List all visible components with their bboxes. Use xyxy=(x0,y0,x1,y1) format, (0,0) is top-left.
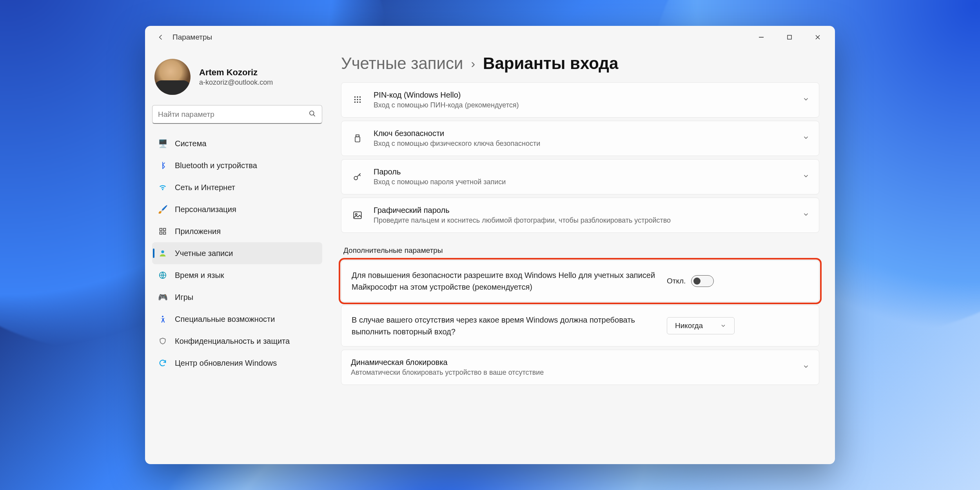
sidebar-item-label: Система xyxy=(175,139,207,148)
chevron-down-icon xyxy=(802,172,809,181)
svg-point-10 xyxy=(161,250,164,253)
setting-text: В случае вашего отсутствия через какое в… xyxy=(352,314,657,338)
svg-rect-9 xyxy=(163,232,166,234)
sidebar-item-apps[interactable]: Приложения xyxy=(152,220,322,242)
toggle-switch[interactable] xyxy=(691,275,714,287)
svg-rect-1 xyxy=(788,35,791,39)
maximize-icon xyxy=(787,34,792,40)
main-content: Учетные записи › Варианты входа PIN-код … xyxy=(329,49,835,464)
sidebar-item-system[interactable]: 🖥️ Система xyxy=(152,132,322,154)
profile-block[interactable]: Artem Kozoriz a-kozoriz@outlook.com xyxy=(152,54,322,103)
toggle-state-label: Откл. xyxy=(667,277,686,285)
minimize-button[interactable] xyxy=(747,28,775,47)
setting-require-signin: В случае вашего отсутствия через какое в… xyxy=(341,305,819,347)
svg-point-18 xyxy=(359,99,361,100)
sidebar-item-windows-update[interactable]: Центр обновления Windows xyxy=(152,352,322,374)
svg-rect-8 xyxy=(160,232,162,234)
svg-point-15 xyxy=(359,96,361,98)
sidebar-item-label: Персонализация xyxy=(175,205,236,214)
sidebar-item-bluetooth[interactable]: Bluetooth и устройства xyxy=(152,154,322,176)
key-icon xyxy=(351,172,364,182)
card-subtitle: Вход с помощью ПИН-кода (рекомендуется) xyxy=(374,101,793,109)
sidebar-item-label: Сеть и Интернет xyxy=(175,183,235,192)
sidebar-item-accounts[interactable]: Учетные записи xyxy=(152,242,322,264)
chevron-down-icon xyxy=(802,211,809,220)
svg-line-5 xyxy=(314,114,315,116)
svg-point-21 xyxy=(359,102,361,103)
card-subtitle: Проведите пальцем и коснитесь любимой фо… xyxy=(374,216,793,225)
chevron-down-icon xyxy=(802,134,809,143)
wifi-icon xyxy=(158,182,168,192)
option-pin[interactable]: PIN-код (Windows Hello) Вход с помощью П… xyxy=(341,82,819,118)
sidebar-item-personalization[interactable]: 🖌️ Персонализация xyxy=(152,198,322,220)
search-icon xyxy=(309,110,316,119)
search-input[interactable] xyxy=(158,110,309,119)
breadcrumb: Учетные записи › Варианты входа xyxy=(341,54,819,73)
close-icon xyxy=(815,34,820,40)
app-title: Параметры xyxy=(172,33,212,42)
sidebar-item-privacy[interactable]: Конфиденциальность и защита xyxy=(152,330,322,352)
svg-rect-25 xyxy=(354,212,361,218)
card-title: Ключ безопасности xyxy=(374,129,793,138)
sidebar-item-label: Конфиденциальность и защита xyxy=(175,337,290,346)
close-button[interactable] xyxy=(804,28,832,47)
update-icon xyxy=(158,358,168,368)
svg-point-26 xyxy=(356,214,357,215)
gamepad-icon: 🎮 xyxy=(158,292,168,302)
sidebar-item-label: Центр обновления Windows xyxy=(175,359,277,368)
back-button[interactable] xyxy=(152,29,169,46)
sidebar-item-label: Время и язык xyxy=(175,271,224,280)
sidebar-item-network[interactable]: Сеть и Интернет xyxy=(152,176,322,198)
sidebar-item-label: Приложения xyxy=(175,227,221,236)
svg-point-20 xyxy=(357,102,358,103)
option-picture-password[interactable]: Графический пароль Проведите пальцем и к… xyxy=(341,198,819,233)
titlebar: Параметры xyxy=(145,26,835,49)
setting-dynamic-lock[interactable]: Динамическая блокировка Автоматически бл… xyxy=(341,350,819,385)
accessibility-icon xyxy=(158,314,168,324)
maximize-button[interactable] xyxy=(775,28,804,47)
settings-window: Параметры Artem Kozoriz a-kozoriz@outloo… xyxy=(145,26,835,464)
timeout-select[interactable]: Никогда xyxy=(667,317,735,334)
breadcrumb-parent[interactable]: Учетные записи xyxy=(341,54,463,73)
window-controls xyxy=(747,28,832,47)
card-title: Динамическая блокировка xyxy=(351,358,793,367)
svg-point-16 xyxy=(354,99,356,100)
chevron-down-icon xyxy=(802,96,809,104)
card-title: PIN-код (Windows Hello) xyxy=(374,91,793,100)
card-subtitle: Автоматически блокировать устройство в в… xyxy=(351,368,793,377)
svg-point-14 xyxy=(357,96,358,98)
sidebar-item-gaming[interactable]: 🎮 Игры xyxy=(152,286,322,308)
minimize-icon xyxy=(759,34,764,40)
usb-key-icon xyxy=(351,133,364,143)
arrow-left-icon xyxy=(157,33,165,41)
sidebar: Artem Kozoriz a-kozoriz@outlook.com 🖥️ С… xyxy=(145,49,329,464)
page-title: Варианты входа xyxy=(483,54,618,73)
sidebar-item-time-language[interactable]: Время и язык xyxy=(152,264,322,286)
option-security-key[interactable]: Ключ безопасности Вход с помощью физичес… xyxy=(341,121,819,156)
svg-point-17 xyxy=(357,99,358,100)
sidebar-nav: 🖥️ Система Bluetooth и устройства Сеть и… xyxy=(152,132,322,374)
profile-email: a-kozoriz@outlook.com xyxy=(199,78,273,87)
keypad-icon xyxy=(351,95,364,105)
bluetooth-icon xyxy=(158,160,168,171)
svg-point-13 xyxy=(354,96,356,98)
card-subtitle: Вход с помощью физического ключа безопас… xyxy=(374,140,793,148)
sidebar-item-accessibility[interactable]: Специальные возможности xyxy=(152,308,322,330)
chevron-down-icon xyxy=(720,323,726,329)
sidebar-item-label: Bluetooth и устройства xyxy=(175,161,257,170)
svg-rect-7 xyxy=(163,229,166,231)
search-box[interactable] xyxy=(152,105,322,124)
setting-text: Для повышения безопасности разрешите вхо… xyxy=(352,269,657,293)
option-password[interactable]: Пароль Вход с помощью пароля учетной зап… xyxy=(341,159,819,194)
sidebar-item-label: Игры xyxy=(175,293,193,302)
apps-icon xyxy=(158,226,168,236)
svg-rect-6 xyxy=(160,229,162,231)
svg-point-12 xyxy=(162,316,163,318)
sidebar-item-label: Учетные записи xyxy=(175,249,233,258)
svg-point-24 xyxy=(354,176,358,180)
svg-point-4 xyxy=(310,111,314,115)
svg-rect-23 xyxy=(355,137,360,142)
profile-name: Artem Kozoriz xyxy=(199,67,273,78)
select-value: Никогда xyxy=(675,321,703,330)
chevron-right-icon: › xyxy=(471,56,475,71)
